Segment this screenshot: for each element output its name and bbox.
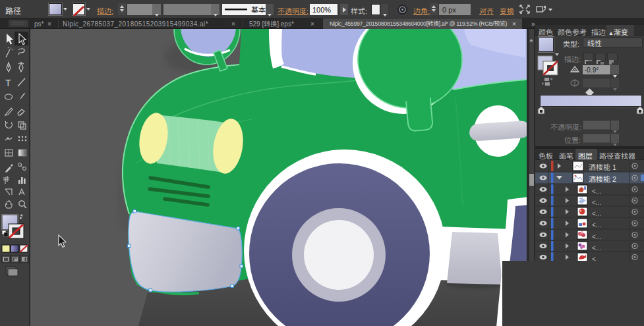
svg-text:T: T — [5, 78, 11, 88]
